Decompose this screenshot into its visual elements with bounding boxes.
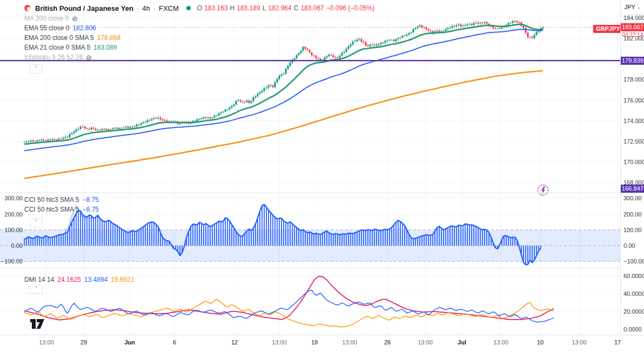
price-tick: 176.000 — [623, 97, 644, 104]
price-tick: 170.000 — [623, 159, 644, 165]
interval-label[interactable]: 4h — [142, 4, 150, 12]
time-tick: 13:00 — [418, 339, 433, 346]
legend-value: 24.1625 — [57, 276, 81, 283]
dmi-legend: DMI 14 1424.162513.489419.6921 — [24, 275, 135, 285]
time-tick: 13:00 — [572, 339, 587, 346]
last-price-label: 183.067 — [621, 23, 644, 31]
time-tick: 26 — [384, 339, 391, 346]
ohlc-value: 182.964 — [268, 4, 291, 12]
time-axis[interactable]: Z A 13:0029Jun61213:001913:002613:00Jul1… — [0, 335, 644, 352]
dmi-tick: 20.0000 — [623, 308, 644, 315]
title-separator: · — [153, 4, 156, 12]
cci-legend-row[interactable]: CCI 50 hlc3 SMA 5 −8.75 — [24, 205, 99, 214]
collapse-dmi-button[interactable]: ⌃ — [30, 285, 43, 294]
cci-tick-left: 100.00 — [0, 227, 23, 233]
cci-tick: 300.00 — [623, 195, 642, 201]
cci-tick: 200.00 — [623, 211, 642, 218]
legend-value: 182.806 — [72, 24, 96, 32]
time-tick: 13:00 — [39, 339, 54, 346]
ema200-line[interactable] — [24, 71, 543, 178]
legend-label: MA 200 close 0 — [24, 15, 69, 22]
time-tick: 13:00 — [493, 339, 508, 346]
collapse-pane-button[interactable]: ⌃ — [30, 64, 43, 73]
eye-off-icon[interactable]: ⊘ — [86, 54, 92, 61]
tradingview-logo[interactable] — [30, 317, 46, 333]
legend-value: 13.4894 — [84, 276, 108, 283]
collapse-cci-button[interactable]: ⌃ — [30, 218, 43, 227]
market-status-dot[interactable] — [186, 6, 191, 10]
price-tick: 172.000 — [623, 138, 644, 145]
legend-value: −8.75 — [82, 196, 98, 204]
cci-tick: 0.00 — [623, 242, 635, 249]
ohlc-key: L — [263, 4, 266, 12]
ohlc-value: 183.067 — [300, 4, 324, 12]
price-tick: 184.000 — [623, 15, 644, 21]
time-tick: 13:00 — [272, 339, 287, 346]
indicator-legend: MA 200 close 0 ⊘ EMA 55 close 0 182.806 … — [24, 13, 120, 62]
legend-label: DMI 14 14 — [24, 276, 54, 283]
legend-value: −8.75 — [82, 206, 98, 213]
legend-value: 19.6921 — [111, 276, 134, 283]
legend-value: 183.089 — [93, 44, 117, 51]
time-tick: 13:00 — [342, 339, 357, 346]
legend-row[interactable]: EMA 55 close 0 182.806 — [24, 23, 120, 33]
change-value: −0.096 (−0.05%) — [326, 4, 374, 12]
legend-label: Ichimoku 9 26 52 26 — [24, 53, 83, 61]
dmi-tick: 60.0000 — [623, 273, 644, 279]
legend-row[interactable]: Ichimoku 9 26 52 26 ⊘ — [24, 52, 120, 62]
dmi-tick: 40.0000 — [623, 290, 644, 297]
price-tick: 178.000 — [623, 76, 644, 83]
legend-label: CCI 50 hlc3 SMA 5 — [24, 206, 79, 213]
currency-dropdown[interactable]: JPY ⌄ — [621, 0, 644, 15]
legend-label: EMA 55 close 0 — [24, 24, 69, 32]
cci-tick-left: 300.00 — [0, 195, 23, 201]
legend-value: 178.858 — [97, 34, 120, 42]
dmi-legend-row[interactable]: DMI 14 1424.162513.489419.6921 — [24, 275, 135, 285]
ohlc-values: O183.163H183.189L182.964C183.067−0.096 (… — [197, 4, 374, 12]
exchange-label: FXCM — [159, 4, 179, 12]
ohlc-value: 183.189 — [237, 4, 260, 12]
time-tick: 12 — [231, 339, 238, 346]
price-tick: 174.000 — [623, 118, 644, 124]
ohlc-value: 183.163 — [204, 4, 227, 12]
time-tick: Jul — [458, 339, 466, 346]
symbol-logo-icon — [24, 4, 32, 12]
level-price-label: 179.839 — [621, 57, 644, 65]
cci-tick-left: −100.00 — [0, 258, 23, 265]
time-tick: 29 — [81, 339, 87, 346]
ohlc-key: C — [294, 4, 299, 12]
eye-off-icon[interactable]: ⊘ — [72, 15, 78, 22]
symbol-title[interactable]: British Pound / Japanese Yen — [35, 4, 133, 12]
legend-row[interactable]: EMA 200 close 0 SMA 5 178.858 — [24, 33, 120, 43]
legend-label: CCI 50 hlc3 SMA 5 — [24, 196, 79, 204]
time-tick: 17 — [614, 339, 621, 346]
symbol-price-tag: GBPJPY — [593, 25, 623, 33]
alert-lightning-icon[interactable] — [538, 185, 548, 195]
cci-tick-left: 0.00 — [0, 242, 23, 249]
legend-row[interactable]: EMA 21 close 0 SMA 5 183.089 — [24, 43, 120, 52]
price-axis[interactable]: JPY ⌄ 184.000182.000178.000176.000174.00… — [620, 0, 644, 335]
ohlc-key: O — [197, 4, 202, 12]
cci-legend-row[interactable]: CCI 50 hlc3 SMA 5 −8.75 — [24, 195, 99, 205]
time-tick: Jun — [124, 339, 135, 346]
bar-countdown: 03:22:14 — [621, 32, 644, 38]
currency-label: JPY — [625, 4, 635, 10]
symbol-header[interactable]: British Pound / Japanese Yen · 4h · FXCM… — [24, 3, 374, 13]
cci-tick-left: 200.00 — [0, 211, 23, 218]
cci-tick: 100.00 — [623, 227, 642, 233]
legend-label: EMA 21 close 0 SMA 5 — [24, 44, 90, 51]
trading-chart-app: British Pound / Japanese Yen · 4h · FXCM… — [0, 0, 644, 352]
level-price-label: 166.847 — [621, 185, 644, 193]
dmi-minus-line[interactable] — [24, 300, 554, 327]
cci-tick: −100.00 — [623, 258, 644, 265]
time-tick: 19 — [311, 339, 318, 346]
chevron-down-icon: ⌄ — [637, 4, 641, 10]
cci-legend: CCI 50 hlc3 SMA 5 −8.75 CCI 50 hlc3 SMA … — [24, 195, 99, 214]
time-tick: 6 — [173, 339, 176, 346]
title-separator: · — [137, 4, 139, 12]
dmi-tick: 0.0000 — [623, 326, 642, 333]
legend-label: EMA 200 close 0 SMA 5 — [24, 34, 94, 42]
ohlc-key: H — [230, 4, 235, 12]
legend-row[interactable]: MA 200 close 0 ⊘ — [24, 13, 120, 23]
time-tick: 10 — [537, 339, 544, 346]
